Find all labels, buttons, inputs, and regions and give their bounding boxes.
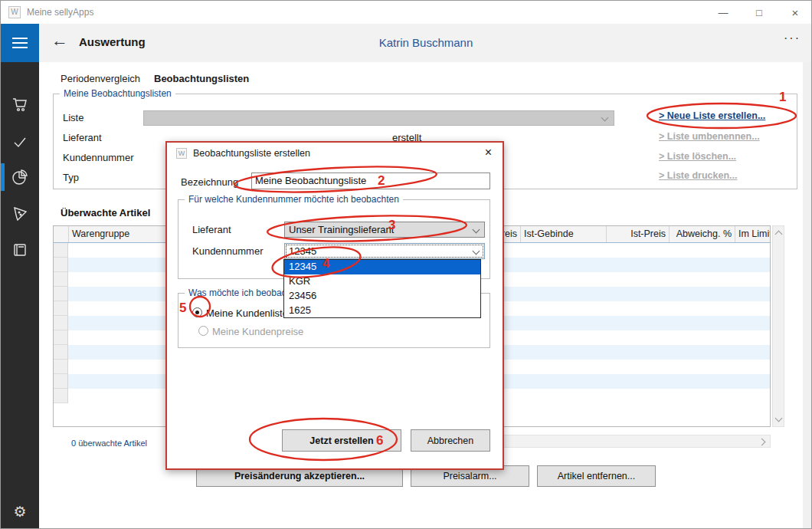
back-arrow-icon[interactable]: ←	[51, 31, 68, 51]
radio-kundenliste[interactable]	[192, 307, 202, 317]
articles-section-title: Überwachte Artikel	[61, 207, 150, 219]
kundennummer-label: Kundennummer	[63, 152, 134, 163]
title-bar: W Meine sellyApps — □ ×	[1, 1, 812, 24]
typ-label: Typ	[63, 172, 79, 183]
bezeichnung-label: Bezeichnung	[181, 176, 238, 188]
sidebar-nav: ⚙	[1, 24, 39, 529]
lieferant-dropdown-value: Unser Trainingslieferant	[289, 224, 394, 235]
radio-kundenpreise[interactable]	[198, 326, 208, 336]
scroll-right-icon[interactable]	[758, 439, 766, 446]
watched-articles-count: 0 überwachte Artikel	[71, 439, 147, 448]
app-window: W Meine sellyApps — □ × ⚙ ← Auswertung K…	[0, 0, 812, 529]
chevron-down-icon	[473, 248, 480, 255]
jetzt-erstellen-button[interactable]: Jetzt erstellen	[282, 429, 401, 452]
checkmark-icon	[11, 133, 29, 151]
sidebar-item-catalog[interactable]	[1, 236, 39, 264]
dialog-kundennummer-label: Kundennummer	[192, 245, 264, 257]
abbrechen-button[interactable]: Abbrechen	[411, 429, 490, 452]
scroll-up-icon[interactable]	[775, 231, 783, 238]
col-abweichung[interactable]: Abweichg. %	[670, 226, 735, 242]
chevron-down-icon	[601, 114, 609, 122]
col-im-limit[interactable]: Im Limit?	[735, 226, 770, 242]
kundennummer-groupbox-legend: Für welche Kundennummer möchte ich beoba…	[185, 194, 403, 205]
app-logo-icon: W	[8, 6, 21, 18]
minimize-button[interactable]: —	[706, 1, 741, 24]
lieferant-label: Lieferant	[63, 132, 102, 143]
row-header-column	[54, 243, 68, 403]
scroll-down-icon[interactable]	[775, 415, 783, 422]
kundennummer-options-list: 12345 KGR 23456 1625	[283, 259, 481, 318]
option-kgr[interactable]: KGR	[284, 274, 480, 289]
page-vertical-scrollbar[interactable]	[803, 62, 812, 529]
app-header: ← Auswertung Katrin Buschmann ···	[39, 24, 812, 62]
link-liste-loeschen[interactable]: > Liste löschen...	[659, 151, 736, 162]
cart-icon	[11, 95, 29, 113]
radio-kundenliste-label[interactable]: Meine Kundenliste	[206, 307, 288, 319]
pizza-slice-icon	[11, 205, 29, 223]
pie-chart-icon	[11, 168, 29, 186]
option-1625[interactable]: 1625	[284, 304, 480, 318]
watchlists-legend: Meine Beobachtungslisten	[60, 88, 175, 99]
kundennummer-dropdown[interactable]: 12345	[284, 243, 485, 259]
hamburger-menu-button[interactable]	[1, 24, 39, 62]
dialog-lieferant-label: Lieferant	[192, 224, 231, 235]
kundennummer-dropdown-value: 12345	[289, 245, 316, 257]
liste-label: Liste	[63, 112, 83, 123]
tab-beobachtungslisten[interactable]: Beobachtungslisten	[154, 73, 249, 84]
book-icon	[11, 241, 29, 259]
sidebar-item-settings[interactable]: ⚙	[1, 499, 39, 524]
tab-periodenvergleich[interactable]: Periodenvergleich	[61, 73, 140, 84]
sidebar-item-reports[interactable]	[1, 163, 39, 191]
sidebar-item-tasks[interactable]	[1, 128, 39, 156]
option-23456[interactable]: 23456	[284, 289, 480, 304]
table-vertical-scrollbar[interactable]	[772, 225, 784, 427]
col-ist-gebinde[interactable]: Ist-Gebinde	[521, 226, 607, 242]
liste-dropdown[interactable]	[143, 110, 614, 126]
dialog-title: Beobachtungsliste erstellen	[193, 148, 310, 159]
sidebar-item-cart[interactable]	[1, 90, 39, 118]
more-options-icon[interactable]: ···	[784, 31, 801, 45]
dialog-app-icon: W	[176, 148, 187, 159]
option-12345[interactable]: 12345	[284, 260, 480, 274]
link-liste-drucken[interactable]: > Liste drucken...	[659, 170, 737, 181]
gear-icon: ⚙	[13, 503, 26, 521]
artikel-entfernen-button[interactable]: Artikel entfernen...	[537, 465, 656, 487]
user-name: Katrin Buschmann	[39, 36, 812, 49]
link-neue-liste-erstellen[interactable]: > Neue Liste erstellen...	[659, 110, 765, 121]
radio-kundenpreise-label[interactable]: Meine Kundenpreise	[212, 326, 303, 337]
bezeichnung-input[interactable]: Meine Beobachtungsliste	[251, 172, 490, 189]
close-button[interactable]: ×	[778, 1, 812, 24]
sidebar-item-deals[interactable]	[1, 200, 39, 228]
link-liste-umbenennen[interactable]: > Liste umbenennen...	[659, 131, 760, 142]
chevron-down-icon	[473, 226, 480, 234]
window-title: Meine sellyApps	[27, 7, 93, 18]
col-ist-preis[interactable]: Ist-Preis	[607, 226, 670, 242]
col-rowheader	[54, 226, 69, 242]
page-title: Auswertung	[79, 35, 146, 48]
create-watchlist-dialog: W Beobachtungsliste erstellen × Bezeichn…	[165, 141, 504, 470]
maximize-button[interactable]: □	[742, 1, 777, 24]
dialog-close-icon[interactable]: ×	[485, 146, 492, 159]
lieferant-dropdown[interactable]: Unser Trainingslieferant	[284, 222, 485, 238]
